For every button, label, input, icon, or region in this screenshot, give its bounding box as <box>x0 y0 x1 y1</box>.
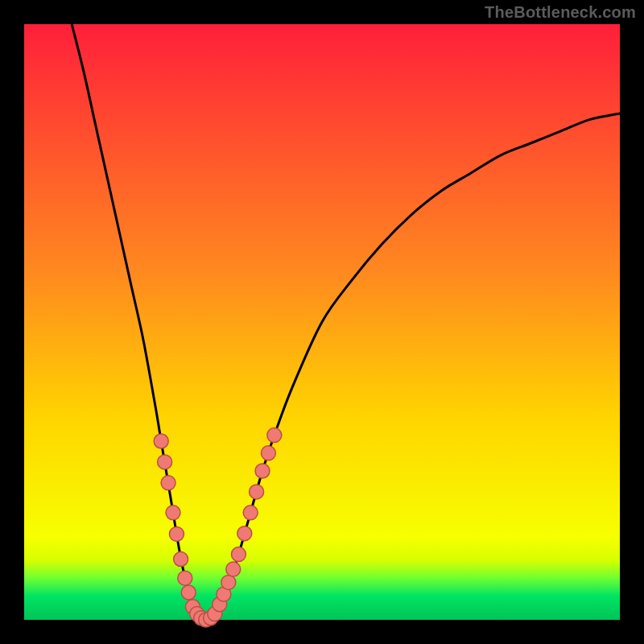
curve-marker <box>226 562 241 576</box>
bottleneck-chart <box>0 0 644 644</box>
curve-marker <box>169 526 184 541</box>
curve-marker <box>261 446 275 460</box>
curve-marker <box>166 506 180 520</box>
curve-marker <box>221 575 236 589</box>
watermark-label: TheBottleneck.com <box>485 3 636 22</box>
curve-marker <box>243 506 258 520</box>
curve-marker <box>158 455 172 469</box>
curve-marker <box>267 428 282 443</box>
curve-marker <box>161 476 175 490</box>
curve-marker <box>255 464 270 478</box>
curve-marker <box>231 547 246 562</box>
curve-marker <box>181 585 196 600</box>
curve-marker <box>250 485 264 499</box>
curve-marker <box>154 434 168 448</box>
chart-stage: TheBottleneck.com <box>0 0 644 644</box>
curve-marker <box>237 526 252 541</box>
curve-marker <box>174 552 188 567</box>
curve-marker <box>178 571 192 585</box>
